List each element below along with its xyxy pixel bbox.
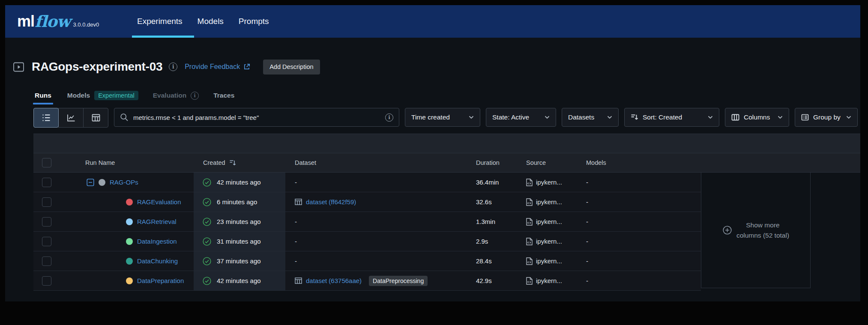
list-view-button[interactable] (33, 108, 59, 128)
search-input[interactable] (114, 108, 399, 127)
notebook-icon (526, 218, 533, 226)
experiment-info-icon[interactable]: i (169, 63, 177, 71)
group-by-icon (801, 114, 809, 121)
provide-feedback-link[interactable]: Provide Feedback (185, 63, 250, 71)
select-all-checkbox[interactable] (42, 158, 51, 167)
sidebar-toggle-icon[interactable] (13, 61, 24, 73)
column-header-run-name[interactable]: Run Name (66, 153, 194, 172)
run-status-dot (126, 199, 133, 206)
dataset-table-icon (295, 199, 302, 205)
dataset-tag: DataPreprocessing (369, 276, 428, 286)
tab-evaluation[interactable]: Evaluation i (153, 86, 199, 104)
dataset-link[interactable]: dataset (63756aae) (306, 277, 362, 284)
nav-item-prompts[interactable]: Prompts (239, 17, 269, 26)
columns-dropdown[interactable]: Columns (725, 108, 789, 127)
time-created-label: Time created (411, 113, 450, 121)
row-checkbox[interactable] (42, 237, 51, 246)
row-checkbox[interactable] (42, 197, 51, 207)
navbar-menu: Experiments Models Prompts (137, 5, 269, 38)
external-link-icon (243, 63, 250, 70)
chevron-down-icon (607, 116, 612, 119)
datasets-filter[interactable]: Datasets (562, 108, 619, 127)
plus-circle-icon (722, 225, 732, 235)
chevron-down-icon (708, 116, 713, 119)
version-label: 3.0.0.dev0 (73, 21, 99, 28)
run-name-link[interactable]: RAGEvaluation (137, 198, 181, 206)
runs-table-header: Run Name Created Dataset Duration Source… (33, 153, 860, 173)
mlflow-logo[interactable]: mlflow 3.0.0.dev0 (17, 5, 99, 38)
evaluation-info-icon: i (191, 92, 199, 100)
page-title: RAGops-experiment-03 (32, 60, 162, 74)
models-value: - (584, 232, 701, 251)
add-description-button[interactable]: Add Description (263, 60, 320, 75)
check-circle-icon (202, 237, 212, 246)
view-toggle-group (33, 108, 108, 127)
columns-label: Columns (744, 113, 770, 121)
run-name-link[interactable]: DataIngestion (137, 238, 177, 245)
search-info-icon[interactable]: i (385, 113, 393, 122)
duration-value: 42.9s (467, 271, 524, 290)
group-by-dropdown[interactable]: Group by (795, 108, 858, 127)
source-cell[interactable]: ipykern... (524, 173, 584, 192)
tab-runs[interactable]: Runs (33, 86, 53, 104)
check-circle-icon (202, 197, 212, 207)
created-time: 23 minutes ago (217, 218, 261, 225)
row-checkbox[interactable] (42, 217, 51, 227)
source-cell[interactable]: ipykern... (524, 251, 584, 271)
column-header-source[interactable]: Source (524, 153, 584, 172)
row-checkbox[interactable] (42, 178, 51, 187)
notebook-icon (526, 198, 533, 206)
show-more-columns-button[interactable]: Show more columns (52 total) (701, 173, 811, 288)
column-header-created[interactable]: Created (194, 153, 285, 172)
table-row[interactable]: RAG-OPs 42 minutes ago - 36.4min ipykern… (33, 173, 701, 192)
nav-item-models[interactable]: Models (198, 17, 224, 26)
models-value: - (584, 173, 701, 192)
runs-toolbar: i Time created State: Active Datasets So… (33, 108, 858, 127)
state-filter[interactable]: State: Active (486, 108, 556, 127)
search-icon (120, 113, 129, 122)
tab-models[interactable]: Models Experimental (67, 86, 138, 104)
tab-models-label: Models (67, 92, 90, 99)
chart-view-button[interactable] (58, 108, 84, 128)
models-value: - (584, 251, 701, 271)
run-name-link[interactable]: RAGRetrieval (137, 218, 177, 225)
tab-traces[interactable]: Traces (213, 86, 234, 104)
collapse-icon[interactable] (87, 179, 94, 186)
column-header-models[interactable]: Models (584, 153, 701, 172)
logo-flow-text: flow (35, 12, 70, 31)
chevron-down-icon (846, 116, 851, 119)
created-time: 42 minutes ago (217, 179, 261, 186)
dataset-link[interactable]: dataset (ff642f59) (306, 198, 356, 206)
table-view-button[interactable] (83, 108, 108, 128)
chevron-down-icon (545, 116, 550, 119)
sort-icon (631, 114, 638, 121)
check-circle-icon (202, 276, 212, 286)
run-name-link[interactable]: DataPreparation (137, 277, 184, 284)
top-navbar: mlflow 3.0.0.dev0 Experiments Models Pro… (5, 5, 860, 38)
row-checkbox[interactable] (42, 276, 51, 286)
source-name: ipykern... (536, 218, 562, 225)
notebook-icon (526, 238, 533, 245)
run-name-link[interactable]: DataChunking (137, 257, 178, 265)
nav-item-experiments[interactable]: Experiments (137, 17, 183, 26)
models-value: - (584, 192, 701, 212)
source-cell[interactable]: ipykern... (524, 192, 584, 212)
sort-dropdown[interactable]: Sort: Created (624, 108, 719, 127)
row-checkbox[interactable] (42, 256, 51, 266)
column-header-dataset[interactable]: Dataset (285, 153, 467, 172)
table-group-band (33, 134, 860, 153)
check-circle-icon (202, 217, 212, 227)
run-name-link[interactable]: RAG-OPs (110, 179, 138, 186)
run-status-dot (126, 258, 133, 265)
column-header-duration[interactable]: Duration (467, 153, 524, 172)
table-row[interactable]: RAGRetrieval 23 minutes ago - 1.3min ipy… (33, 212, 701, 232)
source-cell[interactable]: ipykern... (524, 271, 584, 290)
time-created-filter[interactable]: Time created (405, 108, 480, 127)
table-row[interactable]: DataIngestion 31 minutes ago - 2.9s ipyk… (33, 232, 701, 251)
table-row[interactable]: DataPreparation 42 minutes ago dataset (… (33, 271, 701, 291)
table-row[interactable]: RAGEvaluation 6 minutes ago dataset (ff6… (33, 192, 701, 212)
table-row[interactable]: DataChunking 37 minutes ago - 28.4s ipyk… (33, 251, 701, 271)
source-cell[interactable]: ipykern... (524, 212, 584, 231)
source-cell[interactable]: ipykern... (524, 232, 584, 251)
dataset-table-icon (295, 277, 302, 284)
